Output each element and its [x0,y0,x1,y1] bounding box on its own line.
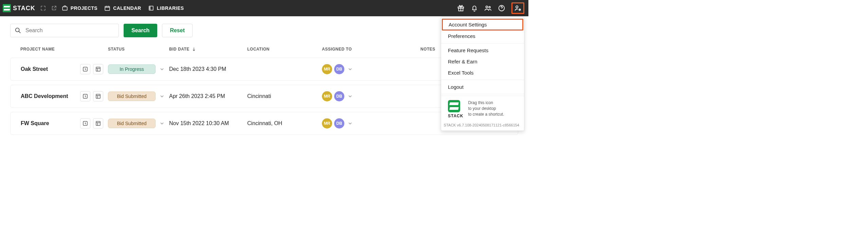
status-pill: In Progress [108,64,156,74]
svg-point-5 [486,6,488,8]
svg-point-8 [516,6,518,8]
nav-libraries[interactable]: LIBRARIES [148,5,184,11]
svg-point-9 [519,9,521,11]
svg-rect-12 [96,67,100,71]
svg-rect-16 [96,121,100,125]
th-project-name[interactable]: PROJECT NAME [20,47,108,52]
users-icon[interactable] [484,4,492,12]
svg-rect-14 [96,94,100,98]
menu-footer: STACK Drag this icon to your desktop to … [441,96,524,123]
help-icon[interactable] [498,4,505,12]
external-link-icon[interactable] [51,5,57,11]
search-button[interactable]: Search [124,24,157,37]
gift-icon[interactable] [457,4,465,12]
menu-refer-earn[interactable]: Refer & Earn [441,56,524,67]
avatar[interactable]: DB [334,118,344,128]
row-layout-button[interactable] [93,118,103,128]
svg-point-10 [16,28,19,32]
brand-name: STACK [13,5,35,12]
search-icon [14,27,22,34]
row-history-button[interactable] [80,118,90,128]
avatar[interactable]: DB [334,64,344,74]
assigned-dropdown[interactable] [346,93,354,100]
th-status[interactable]: STATUS [108,47,169,52]
menu-logout[interactable]: Logout [441,81,524,93]
version-text: STACK v6.7.108-20240508171121-c8566154 [441,123,524,131]
status-dropdown[interactable] [158,65,166,73]
user-settings-dropdown: Account Settings Preferences Feature Req… [441,17,524,131]
nav-projects[interactable]: PROJECTS [62,5,97,11]
nav-calendar-label: CALENDAR [113,5,141,11]
shortcut-tip: Drag this icon to your desktop to create… [468,100,504,117]
status-pill: Bid Submitted [108,119,156,128]
reset-button[interactable]: Reset [162,24,193,37]
fullscreen-icon[interactable] [40,5,46,11]
row-history-button[interactable] [80,91,90,101]
libraries-icon [148,5,154,11]
bid-date: Dec 18th 2023 4:30 PM [169,66,247,72]
svg-rect-1 [105,6,110,11]
avatar[interactable]: DB [334,91,344,101]
bid-date: Nov 15th 2022 10:30 AM [169,120,247,126]
svg-rect-2 [149,6,153,10]
location: Cincinnati, OH [247,120,322,126]
th-bid-date[interactable]: BID DATE [169,47,247,52]
bell-icon[interactable] [471,4,478,12]
menu-preferences[interactable]: Preferences [441,31,524,42]
status-dropdown[interactable] [158,93,166,100]
brand[interactable]: STACK [3,4,35,12]
svg-point-6 [489,6,490,8]
nav-projects-label: PROJECTS [71,5,97,11]
avatar[interactable]: MR [322,91,332,101]
menu-excel-tools[interactable]: Excel Tools [441,67,524,78]
row-layout-button[interactable] [93,64,103,74]
shortcut-icon[interactable] [448,100,460,112]
project-name: FW Square [21,120,49,126]
status-dropdown[interactable] [158,120,166,127]
calendar-icon [104,5,110,11]
briefcase-icon [62,5,68,11]
nav-calendar[interactable]: CALENDAR [104,5,141,11]
status-pill: Bid Submitted [108,92,156,101]
project-name: ABC Development [21,93,68,99]
row-layout-button[interactable] [93,91,103,101]
nav-libraries-label: LIBRARIES [157,5,184,11]
brand-logo-icon [3,4,11,12]
menu-feature-requests[interactable]: Feature Requests [441,45,524,56]
svg-rect-0 [62,7,67,10]
bid-date: Apr 26th 2023 2:45 PM [169,93,247,99]
project-name: Oak Street [21,66,48,72]
assigned-dropdown[interactable] [346,65,354,73]
avatar[interactable]: MR [322,118,332,128]
sort-down-icon [192,47,196,52]
search-field [10,24,119,37]
row-history-button[interactable] [80,64,90,74]
menu-account-settings[interactable]: Account Settings [442,19,523,31]
topbar: STACK PROJECTS CALENDAR LIBRARIES [0,0,528,16]
search-input[interactable] [10,24,119,37]
user-settings-icon[interactable] [511,2,524,14]
shortcut-name: STACK [448,114,463,118]
th-assigned-to[interactable]: ASSIGNED TO [322,47,420,52]
th-location[interactable]: LOCATION [247,47,322,52]
assigned-dropdown[interactable] [346,120,354,127]
avatar[interactable]: MR [322,64,332,74]
location: Cincinnati [247,93,322,99]
